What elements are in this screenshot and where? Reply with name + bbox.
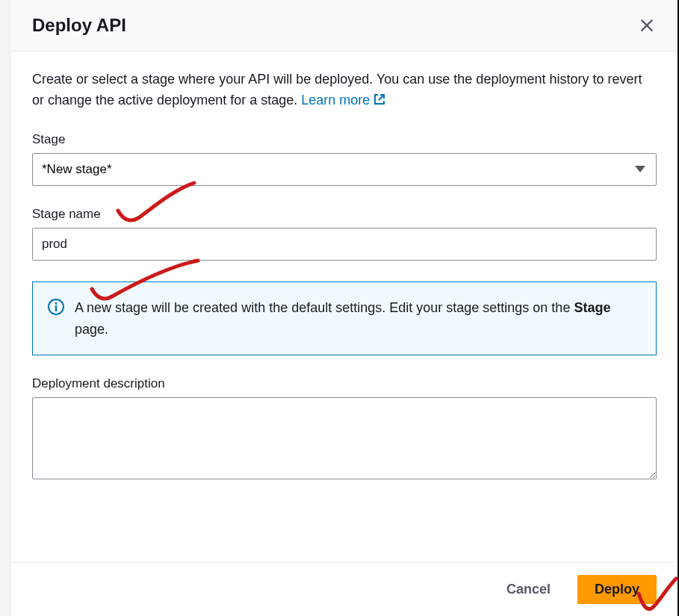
external-link-icon <box>373 91 385 103</box>
modal-description: Create or select a stage where your API … <box>32 69 657 111</box>
stage-select-value: *New stage* <box>42 162 112 177</box>
modal-footer: Cancel Deploy <box>11 562 678 616</box>
info-alert: A new stage will be created with the def… <box>32 281 657 356</box>
deployment-description-input[interactable] <box>32 397 657 479</box>
info-icon <box>48 299 64 315</box>
deploy-api-modal: Deploy API Create or select a stage wher… <box>11 0 679 616</box>
stage-name-label: Stage name <box>32 207 657 222</box>
stage-field-group: Stage *New stage* <box>32 132 657 186</box>
modal-header: Deploy API <box>11 0 678 52</box>
svg-rect-5 <box>55 305 57 311</box>
info-text: A new stage will be created with the def… <box>75 297 641 340</box>
svg-point-4 <box>55 302 58 305</box>
deployment-description-label: Deployment description <box>32 376 657 391</box>
caret-down-icon <box>635 162 645 177</box>
stage-name-input[interactable] <box>32 228 657 261</box>
deploy-button[interactable]: Deploy <box>577 575 657 604</box>
cancel-button[interactable]: Cancel <box>490 575 567 604</box>
stage-label: Stage <box>32 132 657 147</box>
close-button[interactable] <box>637 16 657 35</box>
close-icon <box>639 17 655 34</box>
deployment-description-field-group: Deployment description <box>32 376 657 482</box>
modal-body: Create or select a stage where your API … <box>11 52 678 562</box>
svg-marker-2 <box>635 166 645 172</box>
stage-name-field-group: Stage name <box>32 207 657 261</box>
stage-select[interactable]: *New stage* <box>32 153 657 186</box>
modal-title: Deploy API <box>32 15 126 36</box>
learn-more-link[interactable]: Learn more <box>301 93 385 108</box>
